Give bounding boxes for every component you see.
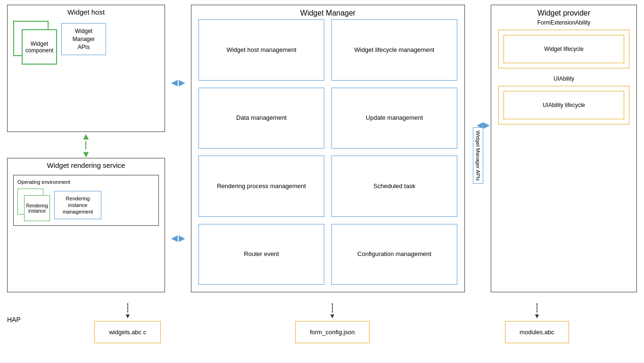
rendering-service-title: Widget rendering service: [47, 161, 125, 169]
form-extension-section: FormExtensionAbility Widget lifecycle: [498, 19, 629, 68]
dbl-arrow-inner: ◀ ▶: [171, 77, 185, 88]
wm-box-3: Data management: [198, 88, 324, 149]
hap-col-1: ▼ widgets.abc c: [81, 303, 175, 343]
dbl-arrow-h-bottom: ◀ ▶: [171, 233, 185, 243]
rendering-instance-mgmt-box: Rendering instance management: [54, 191, 101, 220]
widget-manager-section: Widget Manager Widget host management Wi…: [191, 5, 465, 292]
rendering-service-inner: Operating environment Rendering instance: [13, 175, 159, 226]
ui-ability-section: UIAbility UIAbility lifecycle: [498, 75, 629, 124]
arrow-connector-bottom: ◀ ▶: [171, 233, 185, 243]
dashed-line-1: [127, 303, 128, 313]
arrow-right-1: ▶: [179, 77, 185, 88]
arrow-right-3: ▶: [483, 120, 490, 130]
solid-arrow-3: ▼: [534, 313, 540, 319]
arrow-left-1: ◀: [171, 77, 178, 88]
ui-ability-title: UIAbility: [498, 75, 629, 82]
rendering-instance-area: Rendering instance: [17, 189, 50, 222]
widget-lifecycle-box: Widget lifecycle: [504, 35, 624, 63]
widget-host-title: Widget host: [67, 8, 105, 16]
widget-host-inner: Widget component Widget Manager APIs: [13, 18, 159, 63]
widget-stack: Widget component: [13, 21, 56, 63]
wm-box-6: Scheduled task: [331, 156, 457, 217]
wp-outer-2: UIAbility lifecycle: [498, 86, 629, 124]
wp-outer-1: Widget lifecycle: [498, 30, 629, 68]
hap-box-3: modules.abc: [505, 321, 569, 343]
wm-apis-vertical-label: Widget Manager APIs: [473, 127, 483, 184]
hap-label: HAP: [7, 316, 21, 323]
dashed-line-2: [332, 303, 333, 313]
widget-provider-section: Widget provider FormExtensionAbility Wid…: [491, 5, 637, 292]
wm-box-4: Update management: [331, 88, 457, 149]
widget-provider-title: Widget provider: [537, 9, 590, 17]
dbl-arrow-h-top: ◀ ▶: [171, 77, 185, 88]
dashed-arrow-3: ▼: [534, 303, 540, 319]
wm-box-7: Router event: [198, 224, 324, 285]
dashed-line-3: [537, 303, 537, 313]
arrow-left-2: ◀: [171, 233, 178, 243]
ui-ability-lifecycle-box: UIAbility lifecycle: [504, 91, 624, 119]
solid-arrow-2: ▼: [329, 313, 336, 319]
diagram-container: Widget host Widget component Widget Mana…: [0, 0, 644, 363]
widget-rendering-service-section: Widget rendering service Operating envir…: [7, 158, 165, 292]
wm-box-8: Configuration management: [331, 224, 457, 285]
form-extension-title: FormExtensionAbility: [498, 19, 629, 26]
wm-box-1: Widget host management: [198, 19, 324, 81]
arrow-connector-top: ◀ ▶: [171, 77, 185, 88]
wm-box-2: Widget lifecycle management: [331, 19, 457, 81]
green-vertical-arrow: ▲ ▼: [82, 132, 91, 159]
solid-arrow-1: ▼: [124, 313, 131, 319]
widget-component-box: Widget component: [22, 29, 57, 65]
arrow-line: [85, 141, 86, 149]
operating-env-box: Operating environment Rendering instance: [13, 175, 159, 226]
widget-manager-title: Widget Manager: [300, 9, 355, 17]
top-row: Widget host Widget component Widget Mana…: [7, 5, 637, 292]
rendering-instance-front: Rendering instance: [24, 195, 50, 221]
wm-box-5: Rendering process management: [198, 156, 324, 217]
wm-grid: Widget host management Widget lifecycle …: [198, 19, 457, 285]
vertical-arrow-area: ▲ ▼: [7, 132, 165, 158]
arrow-down: ▼: [82, 149, 91, 159]
rendering-inner-row: Rendering instance Rendering instance ma…: [17, 189, 155, 222]
hap-box-2: form_config.json: [295, 321, 369, 343]
dbl-arrow-inner-2: ◀ ▶: [171, 233, 185, 243]
right-connector-area: Widget Manager APIs ◀ ▶: [465, 5, 491, 292]
hap-box-1: widgets.abc c: [94, 321, 161, 343]
hap-col-3: ▼ modules.abc: [490, 303, 584, 343]
env-label: Operating environment: [17, 179, 155, 185]
hap-boxes-area: ▼ widgets.abc c ▼ form_config.json: [28, 296, 637, 343]
dashed-arrow-2: ▼: [329, 303, 336, 319]
hap-col-2: ▼ form_config.json: [281, 303, 384, 343]
hap-row: HAP ▼ widgets.abc c ▼ form: [7, 296, 637, 343]
arrow-right-2: ▶: [179, 233, 185, 243]
widget-manager-apis-box: Widget Manager APIs: [61, 23, 106, 55]
left-connector-area: ◀ ▶ ◀ ▶: [165, 5, 191, 292]
arrow-up: ▲: [82, 132, 91, 141]
widget-host-section: Widget host Widget component Widget Mana…: [7, 5, 165, 132]
dashed-arrow-1: ▼: [124, 303, 131, 319]
